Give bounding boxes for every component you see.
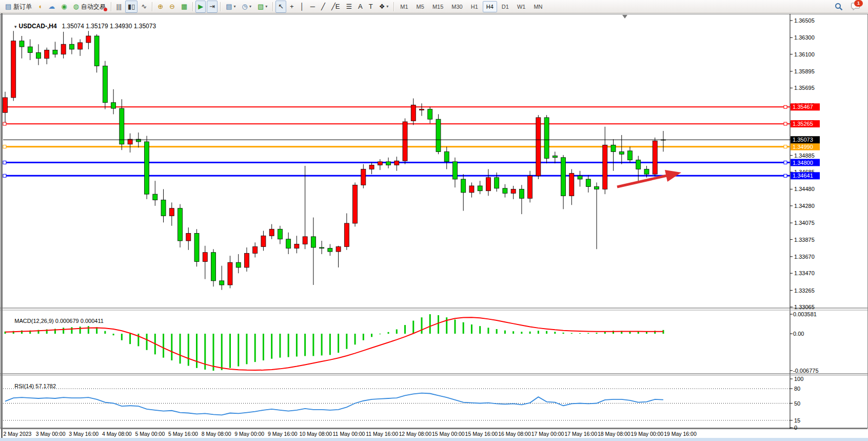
auto-scroll-button[interactable]: ▶ [195,1,206,13]
new-order-button[interactable]: ▤新订单 [3,1,34,13]
channel-button[interactable]: ╱E [329,1,343,13]
level-handle-right[interactable] [784,122,787,125]
candle-body [161,200,166,216]
candle-body [411,105,416,121]
macd-axis-label: 0.003581 [793,311,817,317]
chevron-down-icon[interactable]: ▾ [386,1,388,12]
chart-shift-button[interactable]: ⇥ [207,1,218,13]
crosshair-button[interactable]: + [287,1,297,13]
community-button[interactable]: ☁ [46,1,57,13]
horizontal-line-icon: ─ [310,1,315,12]
templates-button[interactable]: ▧▾ [255,1,270,13]
timeframe-h1-button[interactable]: H1 [467,1,482,12]
candle-body [11,41,16,98]
tile-windows-button[interactable]: ▦ [179,1,190,13]
candle-body [78,43,83,49]
timeframe-d1-button[interactable]: D1 [498,1,512,12]
line-chart-icon: ∿ [141,1,147,12]
price-tag-label: 1.34800 [793,160,813,166]
level-handle-right[interactable] [784,145,787,148]
chart-canvas[interactable]: 1.365051.363001.361001.358951.356951.354… [0,13,868,441]
line-chart-button[interactable]: ∿ [139,1,149,13]
candle-body [294,244,299,248]
news-horn-button[interactable]: ◖ [35,1,45,13]
search-button[interactable] [833,1,844,12]
date-axis-label: 17 May 16:00 [564,431,597,437]
candle-body [286,239,291,248]
level-handle-right[interactable] [784,161,787,164]
chart-symbol-period: USDCAD-,H4 [19,23,57,30]
price-axis-label: 1.33670 [794,254,815,260]
templates-icon: ▧ [258,1,264,12]
price-axis-label: 1.33875 [794,237,815,243]
auto-trading-button[interactable]: ◍自动交易 [71,1,108,13]
price-axis-label: 1.34280 [794,203,815,209]
rsi-title: RSI(14) [14,383,34,389]
chevron-down-icon[interactable]: ▾ [249,1,251,12]
candle-body [461,179,466,193]
price-tag-label: 1.34990 [793,144,813,150]
candle-body [586,179,590,187]
level-handle-left[interactable] [3,122,6,125]
signals-button[interactable]: ◉ [58,1,69,13]
community-icon: ☁ [48,1,55,12]
date-axis-label: 5 May 16:00 [168,431,198,437]
new-order-button-label: 新订单 [13,1,32,12]
macd-values: 0.000679 0.000411 [55,318,104,324]
candle-body [611,145,616,151]
bar-chart-button[interactable]: ||| [114,1,124,13]
label-button[interactable]: T [366,1,376,13]
timeframe-m1-button[interactable]: M1 [397,1,411,12]
timeframe-w1-button[interactable]: W1 [514,1,529,12]
candle-body [644,169,649,175]
auto-trading-button-label: 自动交易 [81,1,106,12]
level-handle-right[interactable] [784,105,787,108]
chart-window[interactable]: 1.365051.363001.361001.358951.356951.354… [0,13,868,441]
toolbar-separator [393,2,394,11]
chart-background[interactable] [1,14,868,428]
autotrading-status-dot [104,8,107,11]
chevron-down-icon[interactable]: ▾ [265,1,267,12]
candle-body [45,50,49,59]
notifications-button[interactable]: 1 [850,1,861,12]
signals-icon: ◉ [61,1,67,12]
price-axis-label: 1.34075 [794,220,815,226]
profiles-button[interactable]: ◷▾ [240,1,254,13]
level-handle-left[interactable] [3,174,6,177]
cursor-icon: ↖ [278,1,284,12]
timeframe-m5-button[interactable]: M5 [413,1,428,12]
timeframe-m15-button[interactable]: M15 [429,1,447,12]
date-axis-label: 3 May 00:00 [36,431,66,437]
main-toolbar: ▤新订单◖☁◉◍自动交易|||▮▯∿⊕⊖▦▶⇥▤▾◷▾▧▾↖+│─╱╱E☰AT❖… [0,0,868,13]
candle-body [253,246,258,253]
candle-body [3,98,8,112]
chevron-down-icon[interactable]: ▾ [234,1,236,12]
zoom-out-button[interactable]: ⊖ [167,1,177,13]
candle-body [394,161,399,165]
candle-body [444,151,449,161]
chart-dropdown-icon[interactable]: ▾ [14,24,17,29]
text-button[interactable]: A [356,1,365,13]
fibonacci-button[interactable]: ☰ [343,1,354,13]
vertical-line-button[interactable]: │ [298,1,307,13]
timeframe-h4-button[interactable]: H4 [483,1,497,12]
price-tag-label: 1.35467 [793,104,813,110]
new-chart-button[interactable]: ▤▾ [223,1,238,13]
level-handle-left[interactable] [3,161,6,164]
timeframe-m30-button[interactable]: M30 [448,1,466,12]
cursor-button[interactable]: ↖ [275,1,286,13]
candle-body [619,151,624,154]
zoom-in-button[interactable]: ⊕ [155,1,166,13]
level-handle-left[interactable] [3,145,6,148]
text-icon: A [358,1,363,12]
arrows-button[interactable]: ❖▾ [377,1,391,13]
date-axis-label: 15 May 16:00 [465,431,498,437]
candle-body [436,119,441,151]
level-handle-right[interactable] [784,174,787,177]
trendline-button[interactable]: ╱ [319,1,328,13]
candle-body [236,262,241,267]
toolbar-right-icons: 1 [833,1,866,12]
timeframe-mn-button[interactable]: MN [530,1,546,12]
horizontal-line-button[interactable]: ─ [308,1,318,13]
candlestick-chart-button[interactable]: ▮▯ [125,1,137,13]
